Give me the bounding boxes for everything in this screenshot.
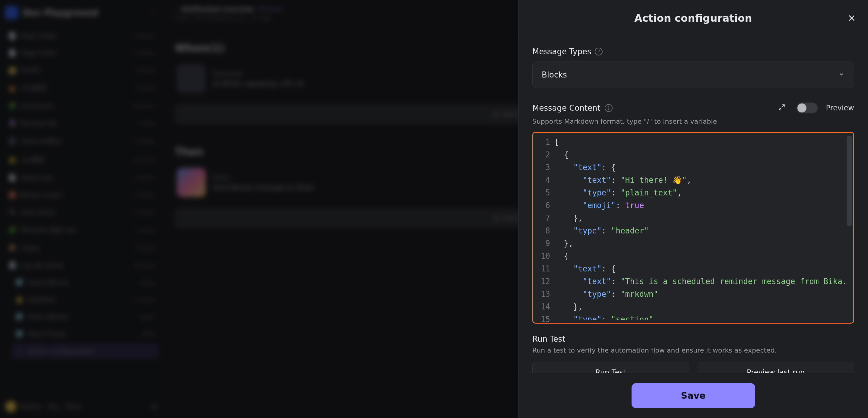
drawer-title: Action configuration xyxy=(634,12,752,24)
drawer-footer: Save xyxy=(519,373,868,418)
run-test-title: Run Test xyxy=(532,334,854,344)
help-icon[interactable]: ? xyxy=(595,47,602,56)
close-icon xyxy=(847,14,856,22)
expand-button[interactable] xyxy=(778,103,786,112)
preview-label: Preview xyxy=(826,104,854,112)
message-types-value: Blocks xyxy=(542,70,567,79)
help-icon[interactable]: ? xyxy=(605,104,613,112)
drawer-header: Action configuration xyxy=(519,0,868,36)
run-test-block: Run Test Run a test to verify the automa… xyxy=(532,334,854,373)
message-types-label: Message Types xyxy=(532,47,591,56)
preview-last-run-button[interactable]: Preview last run xyxy=(698,362,855,373)
message-content-head: Message Content ? Preview xyxy=(532,102,854,114)
message-content-label: Message Content xyxy=(532,103,600,112)
expand-icon xyxy=(778,103,786,111)
content-hint: Supports Markdown format, type "/" to in… xyxy=(532,118,854,125)
code-gutter: 1 2 3 4 5 6 7 8 9 10 11 12 13 14 15 xyxy=(536,136,554,320)
run-test-button[interactable]: Run Test xyxy=(532,362,689,373)
code-area[interactable]: [ { "text": { "text": "Hi there! 👋", "ty… xyxy=(554,136,850,320)
toggle-knob xyxy=(798,103,806,112)
code-editor[interactable]: 1 2 3 4 5 6 7 8 9 10 11 12 13 14 15 [ { … xyxy=(532,132,854,324)
scrollbar[interactable] xyxy=(846,136,852,226)
run-test-desc: Run a test to verify the automation flow… xyxy=(532,347,854,354)
chevron-down-icon xyxy=(838,70,845,79)
action-config-drawer: Action configuration Message Types ? Blo… xyxy=(518,0,868,418)
message-types-select[interactable]: Blocks xyxy=(532,62,854,88)
message-types-label-row: Message Types ? xyxy=(532,47,854,56)
preview-toggle[interactable] xyxy=(797,102,818,114)
message-content-block: Message Content ? Preview Supports Markd… xyxy=(532,102,854,324)
drawer-body: Message Types ? Blocks Message Content ?… xyxy=(519,36,868,373)
save-button[interactable]: Save xyxy=(631,383,755,408)
close-button[interactable] xyxy=(846,12,858,24)
